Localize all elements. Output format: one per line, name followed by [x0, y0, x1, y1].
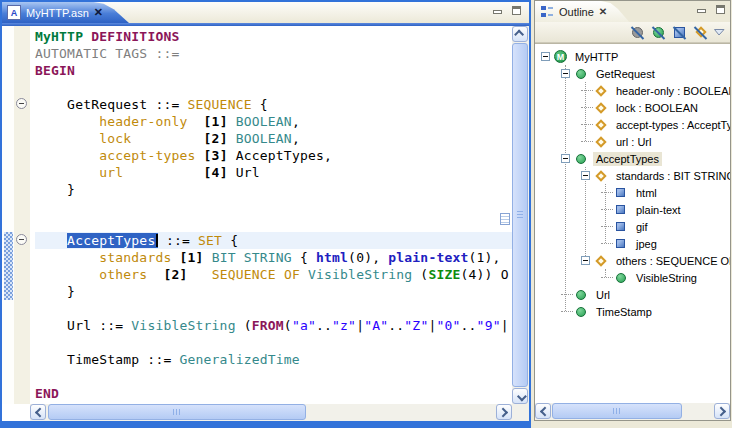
- collapse-toggle-icon[interactable]: [16, 234, 27, 245]
- outline-node-header-only[interactable]: header-only : BOOLEAN: [535, 82, 730, 99]
- tree-label[interactable]: url : Url: [613, 135, 654, 149]
- code-token: FROM: [252, 318, 284, 333]
- scroll-down-button[interactable]: [512, 388, 528, 404]
- tree-label[interactable]: Url: [593, 288, 613, 302]
- code-token: [171, 250, 179, 265]
- code-line[interactable]: lock [2] BOOLEAN,: [35, 130, 512, 147]
- hide-modules-button[interactable]: [628, 24, 647, 41]
- tree-label[interactable]: html: [633, 186, 660, 200]
- tree-expander-icon[interactable]: [561, 69, 570, 78]
- tree-expander-icon[interactable]: [541, 52, 550, 61]
- code-line[interactable]: GetRequest ::= SEQUENCE {: [35, 96, 512, 113]
- code-line[interactable]: }: [35, 283, 512, 300]
- scroll-up-button[interactable]: [512, 26, 528, 42]
- tree-label[interactable]: header-only : BOOLEAN: [613, 84, 730, 98]
- code-token: [204, 250, 212, 265]
- code-line[interactable]: [35, 198, 512, 215]
- close-icon[interactable]: ✕: [94, 6, 103, 19]
- code-line[interactable]: [35, 368, 512, 385]
- editor-tab-myhttp[interactable]: A MyHTTP.asn ✕: [2, 2, 129, 23]
- outline-node-standards[interactable]: standards : BIT STRING: [535, 167, 730, 184]
- code-line[interactable]: [35, 215, 512, 232]
- scroll-left-button[interactable]: [535, 403, 551, 419]
- tree-label[interactable]: TimeStamp: [593, 305, 655, 319]
- outline-node-accept-types[interactable]: accept-types : AcceptTypes: [535, 116, 730, 133]
- tree-label[interactable]: gif: [633, 220, 651, 234]
- code-line[interactable]: standards [1] BIT STRING { html(0), plai…: [35, 249, 512, 266]
- maximize-icon[interactable]: [716, 5, 725, 14]
- outline-node-others[interactable]: others : SEQUENCE OF: [535, 252, 730, 269]
- tree-label[interactable]: standards : BIT STRING: [613, 169, 730, 183]
- code-line[interactable]: }: [35, 181, 512, 198]
- folding-margin[interactable]: [14, 26, 30, 404]
- outline-node-jpeg[interactable]: jpeg: [535, 235, 730, 252]
- horizontal-scroll-thumb[interactable]: [552, 403, 682, 419]
- outline-node-url[interactable]: url : Url: [535, 133, 730, 150]
- view-menu-button[interactable]: [712, 24, 726, 41]
- code-line[interactable]: others [2] SEQUENCE OF VisibleString (SI…: [35, 266, 512, 283]
- code-line[interactable]: [35, 79, 512, 96]
- tree-label[interactable]: lock : BOOLEAN: [613, 101, 701, 115]
- code-token: plain-text: [388, 250, 468, 265]
- vertical-scroll-thumb[interactable]: [512, 43, 528, 387]
- outline-node-html[interactable]: html: [535, 184, 730, 201]
- code-line[interactable]: [35, 334, 512, 351]
- annotation-ruler[interactable]: [2, 26, 14, 404]
- tree-label[interactable]: plain-text: [633, 203, 684, 217]
- tree-label[interactable]: MyHTTP: [572, 50, 621, 64]
- minimize-icon[interactable]: [493, 6, 503, 15]
- code-line[interactable]: BEGIN: [35, 62, 512, 79]
- outline-tab[interactable]: Outline ✕: [535, 1, 629, 22]
- scroll-left-button[interactable]: [30, 404, 46, 420]
- code-token: [35, 216, 43, 231]
- code-token: ,: [292, 131, 300, 146]
- outline-node-lock[interactable]: lock : BOOLEAN: [535, 99, 730, 116]
- code-token: [3]: [204, 148, 228, 163]
- tree-label[interactable]: others : SEQUENCE OF: [613, 254, 730, 268]
- outline-node-getrequest[interactable]: GetRequest: [535, 65, 730, 82]
- maximize-icon[interactable]: [512, 6, 521, 15]
- tree-label[interactable]: GetRequest: [593, 67, 658, 81]
- collapse-toggle-icon[interactable]: [16, 98, 27, 109]
- close-icon[interactable]: ✕: [599, 6, 607, 17]
- outline-node-visiblestring[interactable]: VisibleString: [535, 269, 730, 286]
- code-token: [228, 114, 236, 129]
- tree-expander-icon[interactable]: [581, 171, 590, 180]
- hide-types-button[interactable]: [649, 24, 668, 41]
- horizontal-scroll-thumb[interactable]: [48, 404, 306, 420]
- outline-node-myhttp[interactable]: MMyHTTP: [535, 48, 730, 65]
- tree-label[interactable]: accept-types : AcceptTypes: [613, 118, 730, 132]
- code-line[interactable]: header-only [1] BOOLEAN,: [35, 113, 512, 130]
- code-line[interactable]: AUTOMATIC TAGS ::=: [35, 45, 512, 62]
- hide-fields-button[interactable]: [691, 24, 710, 41]
- tree-expander-icon[interactable]: [581, 256, 590, 265]
- bit-icon: [616, 205, 625, 214]
- outline-node-url[interactable]: Url: [535, 286, 730, 303]
- outline-node-plain-text[interactable]: plain-text: [535, 201, 730, 218]
- outline-node-gif[interactable]: gif: [535, 218, 730, 235]
- code-line[interactable]: MyHTTP DEFINITIONS: [35, 28, 512, 45]
- scroll-right-button[interactable]: [496, 404, 512, 420]
- hide-values-button[interactable]: [670, 24, 689, 41]
- editor-vertical-scrollbar[interactable]: [512, 26, 529, 404]
- tree-expander-icon[interactable]: [561, 154, 570, 163]
- tree-label[interactable]: AcceptTypes: [593, 152, 662, 166]
- code-line[interactable]: [35, 300, 512, 317]
- outline-horizontal-scrollbar[interactable]: [535, 403, 730, 420]
- code-line[interactable]: accept-types [3] AcceptTypes,: [35, 147, 512, 164]
- code-line[interactable]: AcceptTypes ::= SET {: [35, 232, 512, 249]
- tree-label[interactable]: jpeg: [633, 237, 660, 251]
- tree-label[interactable]: VisibleString: [633, 271, 700, 285]
- editor-horizontal-scrollbar[interactable]: [30, 404, 512, 421]
- code-token: [147, 267, 163, 282]
- text-pane[interactable]: MyHTTP DEFINITIONSAUTOMATIC TAGS ::=BEGI…: [30, 26, 512, 404]
- code-line[interactable]: TimeStamp ::= GeneralizedTime: [35, 351, 512, 368]
- scroll-right-button[interactable]: [714, 403, 730, 419]
- outline-node-accepttypes[interactable]: AcceptTypes: [535, 150, 730, 167]
- minimize-icon[interactable]: [697, 5, 707, 14]
- outline-node-timestamp[interactable]: TimeStamp: [535, 303, 730, 320]
- code-line[interactable]: END: [35, 385, 512, 402]
- code-line[interactable]: Url ::= VisibleString (FROM("a".."z"|"A"…: [35, 317, 512, 334]
- outline-tree[interactable]: MMyHTTPGetRequestheader-only : BOOLEANlo…: [535, 43, 730, 403]
- code-line[interactable]: url [4] Url: [35, 164, 512, 181]
